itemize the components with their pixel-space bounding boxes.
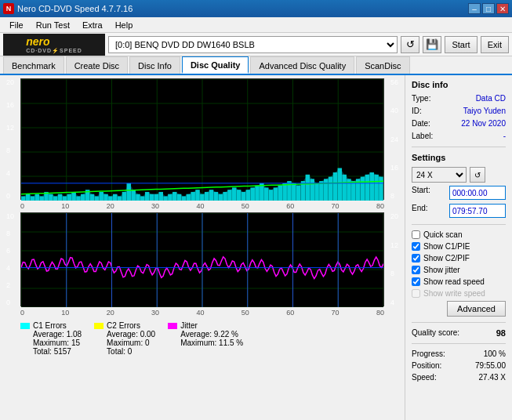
end-row: End: <box>412 204 506 218</box>
legend: C1 Errors Average: 1.08 Maximum: 15 Tota… <box>3 319 401 358</box>
tab-benchmark[interactable]: Benchmark <box>3 56 64 74</box>
progress-label: Progress: <box>412 349 445 358</box>
show-write-speed-checkbox <box>412 289 420 298</box>
show-read-speed-checkbox[interactable] <box>412 277 420 286</box>
menu-bar: File Run Test Extra Help <box>0 17 512 33</box>
tab-disc-info[interactable]: Disc Info <box>129 56 180 74</box>
window-title: Nero CD-DVD Speed 4.7.7.16 <box>17 4 133 13</box>
jitter-label: Jitter <box>180 321 198 330</box>
disc-id-row: ID: Taiyo Yuden <box>412 107 506 115</box>
speed-display-row: Speed: 27.43 X <box>412 373 506 382</box>
show-jitter-checkbox[interactable] <box>412 266 420 274</box>
maximize-button[interactable]: □ <box>482 3 495 14</box>
info-panel: Disc info Type: Data CD ID: Taiyo Yuden … <box>405 75 512 420</box>
menu-extra[interactable]: Extra <box>76 19 109 31</box>
title-bar-left: N Nero CD-DVD Speed 4.7.7.16 <box>3 3 133 14</box>
disc-date-label: Date: <box>412 119 430 128</box>
disc-info-title: Disc info <box>412 80 506 89</box>
quality-value: 98 <box>496 328 506 338</box>
menu-file[interactable]: File <box>3 19 30 31</box>
quick-scan-checkbox[interactable] <box>412 230 420 239</box>
chart-area: 201612840 564024168 01020304050607080 10… <box>0 75 405 420</box>
jitter-avg-label: Average: <box>180 330 212 339</box>
quick-scan-label: Quick scan <box>423 230 462 239</box>
show-jitter-row: Show jitter <box>412 266 506 274</box>
c2-avg-val: 0.00 <box>140 330 155 339</box>
menu-help[interactable]: Help <box>109 19 140 31</box>
top-x-axis: 01020304050607080 <box>3 201 401 211</box>
top-y-labels-left: 201612840 <box>6 78 14 200</box>
speed-selector[interactable]: 24 X <box>412 167 467 183</box>
start-label: Start: <box>412 186 430 200</box>
c2-total-label: Total: <box>107 347 125 356</box>
show-c1pie-checkbox[interactable] <box>412 242 420 251</box>
c1-max-val: 15 <box>71 339 80 347</box>
speed-refresh-icon[interactable]: ↺ <box>470 167 485 183</box>
exit-button[interactable]: Exit <box>481 36 509 53</box>
title-bar-buttons: – □ ✕ <box>468 3 509 14</box>
progress-value: 100 % <box>484 349 506 358</box>
app-icon: N <box>3 3 14 14</box>
disc-label-row: Label: - <box>412 132 506 140</box>
show-read-speed-row: Show read speed <box>412 277 506 286</box>
c1-avg-label: Average: <box>33 330 64 339</box>
c2-label: C2 Errors <box>107 321 140 330</box>
c2-color-swatch <box>94 323 103 329</box>
disc-type-label: Type: <box>412 94 430 103</box>
disc-id-label: ID: <box>412 107 422 115</box>
advanced-button[interactable]: Advanced <box>447 301 506 317</box>
app-logo: nero CD·DVD⚡SPEED <box>3 34 105 56</box>
legend-c1: C1 Errors Average: 1.08 Maximum: 15 Tota… <box>20 321 82 356</box>
save-icon[interactable]: 💾 <box>423 36 441 53</box>
c2-stats: Average: 0.00 Maximum: 0 Total: 0 <box>107 330 155 356</box>
refresh-icon[interactable]: ↺ <box>401 36 419 53</box>
divider-1 <box>412 147 506 147</box>
main-content: 201612840 564024168 01020304050607080 10… <box>0 75 512 420</box>
start-input[interactable] <box>449 186 506 200</box>
top-chart <box>20 78 384 200</box>
tab-advanced-disc-quality[interactable]: Advanced Disc Quality <box>250 56 354 74</box>
show-c2pif-label: Show C2/PIF <box>423 254 470 262</box>
c2-max-label: Maximum: <box>107 339 143 347</box>
divider-2 <box>412 224 506 225</box>
show-c1pie-row: Show C1/PIE <box>412 242 506 251</box>
c1-stats: Average: 1.08 Maximum: 15 Total: 5157 <box>33 330 82 356</box>
start-button[interactable]: Start <box>445 36 477 53</box>
c1-max-label: Maximum: <box>33 339 69 347</box>
show-c2pif-checkbox[interactable] <box>412 254 420 262</box>
minimize-button[interactable]: – <box>468 3 481 14</box>
bottom-y-labels-left: 1086420 <box>6 212 14 306</box>
legend-jitter: Jitter Average: 9.22 % Maximum: 11.5 % <box>168 321 243 347</box>
c1-color-swatch <box>20 323 30 329</box>
menu-run-test[interactable]: Run Test <box>30 19 76 31</box>
disc-label-val: - <box>503 132 506 140</box>
close-button[interactable]: ✕ <box>496 3 509 14</box>
jitter-max-val: 11.5 % <box>219 339 243 347</box>
show-jitter-label: Show jitter <box>423 266 460 274</box>
tab-scan-disc[interactable]: ScanDisc <box>356 56 409 74</box>
tab-create-disc[interactable]: Create Disc <box>66 56 128 74</box>
settings-title: Settings <box>412 153 506 162</box>
end-input[interactable] <box>449 204 506 218</box>
divider-3 <box>412 322 506 323</box>
disc-type-row: Type: Data CD <box>412 94 506 103</box>
bottom-y-labels-right: 201284 <box>390 212 398 306</box>
position-row: Position: 79:55.00 <box>412 361 506 370</box>
c1-avg-val: 1.08 <box>67 330 82 339</box>
top-y-labels-right: 564024168 <box>390 78 398 200</box>
speed-row: 24 X ↺ <box>412 167 506 183</box>
disc-id-val: Taiyo Yuden <box>463 107 506 115</box>
tab-disc-quality[interactable]: Disc Quality <box>182 56 249 74</box>
disc-date-val: 22 Nov 2020 <box>461 119 506 128</box>
title-bar: N Nero CD-DVD Speed 4.7.7.16 – □ ✕ <box>0 0 512 17</box>
quality-row: Quality score: 98 <box>412 328 506 338</box>
top-chart-wrapper: 201612840 564024168 <box>20 78 384 200</box>
toolbar: nero CD·DVD⚡SPEED [0:0] BENQ DVD DD DW16… <box>0 33 512 56</box>
drive-selector[interactable]: [0:0] BENQ DVD DD DW1640 BSLB <box>108 36 398 53</box>
c2-total-val: 0 <box>128 347 133 356</box>
bottom-x-axis: 01020304050607080 <box>3 308 401 317</box>
c1-total-label: Total: <box>33 347 52 356</box>
show-c2pif-row: Show C2/PIF <box>412 254 506 262</box>
divider-4 <box>412 343 506 344</box>
show-write-speed-label: Show write speed <box>423 289 485 298</box>
